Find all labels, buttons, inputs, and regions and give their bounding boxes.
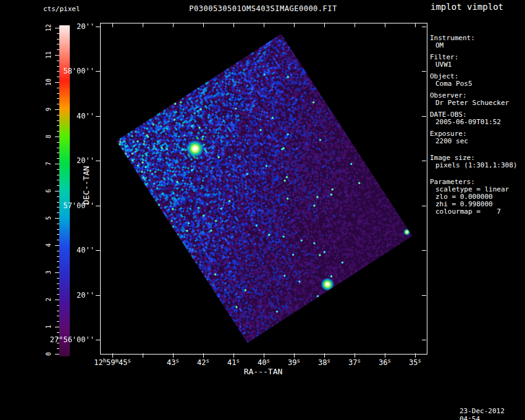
colorbar-major-tick [55, 272, 59, 273]
colorbar-minor-tick [57, 125, 59, 126]
colorbar-minor-tick [57, 212, 59, 213]
x-tick-label: 38s [318, 358, 330, 367]
y-tick-label: 20'' [36, 291, 94, 300]
y-axis-mirror-tick [422, 27, 426, 27]
x-axis-mirror-tick [264, 23, 264, 27]
x-tick-superscript: s [237, 358, 240, 364]
colorbar-minor-tick [57, 267, 59, 267]
colorbar-major-tick [55, 327, 59, 327]
info-value: 2005-06-09T01:52 [430, 119, 525, 126]
x-tick-label: 42s [197, 358, 209, 367]
x-axis-tick [112, 353, 113, 358]
colorbar-minor-tick [57, 256, 59, 257]
colorbar-tick-label: 10 [45, 73, 52, 91]
info-item: Instrument:OM [430, 35, 525, 49]
implot-window: P0300530501OMS403SIMAGE0000.FIT implot v… [0, 0, 525, 420]
colorbar-tick-label: 8 [45, 127, 52, 146]
page-title: P0300530501OMS403SIMAGE0000.FIT [100, 4, 426, 13]
colorbar-minor-tick [57, 104, 59, 104]
colorbar-minor-tick [57, 180, 59, 180]
x-axis-mirror-tick [294, 23, 295, 27]
colorbar-major-tick [55, 218, 59, 219]
app-name-label: implot vimplot [430, 2, 503, 12]
y-axis-tick [96, 27, 100, 27]
info-value: OM [430, 42, 525, 49]
colorbar-units-label: cts/pixel [43, 5, 80, 13]
x-axis-title: RA---TAN [100, 367, 426, 376]
colorbar-major-tick [55, 354, 59, 355]
info-value: Coma Pos5 [430, 80, 525, 88]
y-axis-tick [96, 206, 100, 206]
colorbar-minor-tick [57, 224, 59, 224]
info-value: 2200 sec [430, 138, 525, 145]
colorbar-minor-tick [57, 93, 59, 94]
info-item: Parameters:scaletype = linearzlo = 0.000… [430, 178, 525, 216]
colorbar-minor-tick [57, 88, 59, 88]
colorbar-minor-tick [57, 321, 59, 322]
info-panel: Instrument:OMFilter:UVW1Object:Coma Pos5… [430, 35, 525, 220]
colorbar-minor-tick [57, 240, 59, 240]
colorbar-minor-tick [57, 131, 59, 132]
colorbar-minor-tick [57, 284, 59, 284]
x-tick-label: 41s [227, 358, 240, 367]
y-axis-tick [96, 161, 100, 161]
x-axis-mirror-tick [143, 23, 143, 27]
x-axis-mirror-tick [415, 23, 416, 27]
x-axis-tick [415, 353, 416, 358]
x-tick-text: 37 [348, 358, 357, 367]
colorbar-minor-tick [57, 185, 59, 186]
colorbar-minor-tick [57, 311, 59, 311]
y-axis-tick [96, 340, 100, 340]
x-tick-label: 36s [379, 358, 391, 367]
info-item: Filter:UVW1 [430, 54, 525, 69]
y-axis-tick [96, 71, 100, 72]
image-noise-canvas [116, 34, 412, 343]
x-axis-tick [324, 353, 325, 358]
colorbar-tick-label: 1 [45, 317, 52, 336]
colorbar-tick-label: 5 [45, 209, 52, 227]
colorbar-minor-tick [57, 316, 59, 316]
timestamp: 23-Dec-2012 04:54 [460, 407, 525, 420]
colorbar-minor-tick [57, 288, 59, 289]
colorbar-minor-tick [57, 175, 59, 175]
colorbar-minor-tick [57, 332, 59, 333]
y-tick-label: 58'00'' [36, 67, 94, 75]
x-tick-text: 45 [119, 358, 127, 367]
plot-frame [100, 23, 427, 355]
colorbar-minor-tick [57, 44, 59, 44]
y-tick-label: 20'' [36, 156, 94, 165]
y-tick-label: 40'' [36, 112, 94, 120]
y-tick-label: 27°56'00'' [36, 335, 94, 344]
colorbar-minor-tick [57, 33, 59, 34]
y-axis-tick [96, 295, 100, 296]
y-axis-mirror-tick [422, 295, 426, 296]
colorbar-minor-tick [57, 148, 59, 148]
x-tick-text: 38 [318, 358, 327, 367]
colorbar-tick-label: 0 [45, 345, 52, 363]
x-tick-text: 43 [167, 358, 175, 367]
colorbar-major-tick [55, 55, 59, 56]
colorbar-major-tick [55, 136, 59, 137]
colorbar-minor-tick [57, 229, 59, 230]
info-label: Instrument: [430, 35, 525, 42]
y-tick-label: 20'' [36, 22, 94, 31]
x-tick-superscript: s [267, 358, 270, 364]
x-tick-text: 41 [227, 358, 236, 367]
x-tick-text: 35 [409, 358, 418, 367]
x-tick-text: 42 [197, 358, 206, 367]
info-item: Exposure:2200 sec [430, 130, 525, 145]
x-axis-tick [173, 353, 174, 358]
colorbar-minor-tick [57, 169, 59, 170]
info-parameter-line: colourmap = 7 [430, 208, 525, 216]
colorbar-tick-label: 11 [45, 46, 52, 64]
x-tick-text: 36 [379, 358, 387, 367]
x-tick-label: 43s [167, 358, 179, 367]
x-tick-superscript: s [388, 358, 391, 364]
y-axis-tick [96, 250, 100, 251]
x-tick-label: 37s [348, 358, 361, 367]
x-axis-mirror-tick [355, 23, 355, 27]
y-axis-tick [96, 116, 100, 117]
x-tick-superscript: s [206, 358, 209, 364]
info-item: DATE-OBS:2005-06-09T01:52 [430, 111, 525, 126]
colorbar-minor-tick [57, 61, 59, 61]
